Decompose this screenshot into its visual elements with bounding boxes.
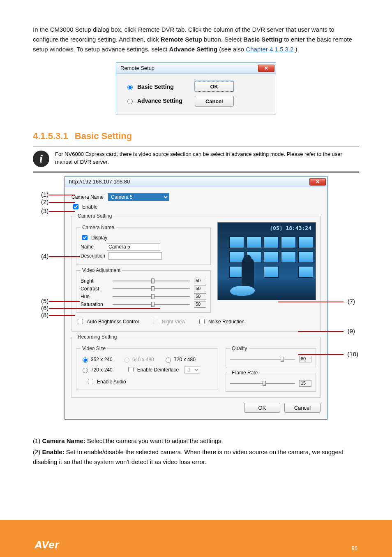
section-heading: 4.1.5.3.1 Basic Setting: [33, 131, 359, 142]
description-label: Description: [81, 253, 105, 259]
frame-rate-slider[interactable]: [230, 382, 295, 385]
camera-name-select[interactable]: Camera 5: [108, 193, 169, 201]
saturation-slider[interactable]: [113, 303, 190, 306]
camera-name-legend: Camera Name: [81, 225, 116, 230]
cancel-button[interactable]: Cancel: [195, 96, 234, 107]
camera-setting-fieldset: Camera Setting Camera Name Display Name: [71, 213, 321, 332]
recording-setting-fieldset: Recording Setting Video Size 352 x 240 6…: [71, 334, 321, 398]
callout-4: (4): [41, 253, 48, 260]
camera-preview: [05] 18:43:24: [217, 222, 316, 300]
desc-1: (1) Camera Name: Select the camera you w…: [33, 436, 359, 446]
frame-rate-legend: Frame Rate: [230, 370, 259, 376]
dialog-cancel-button[interactable]: Cancel: [284, 403, 321, 413]
quality-legend: Quality: [230, 346, 249, 351]
callout-7: (7): [348, 298, 355, 305]
enable-checkbox[interactable]: [73, 204, 78, 209]
hue-value: 50: [194, 293, 206, 300]
night-view-label: Night View: [162, 319, 185, 325]
hue-slider[interactable]: [113, 295, 190, 298]
auto-brightness-checkbox[interactable]: [78, 319, 83, 324]
page-footer: AVer 96: [0, 520, 392, 557]
footer-logo: AVer: [35, 538, 59, 551]
chapter-link[interactable]: Chapter 4.1.5.3.2: [246, 46, 293, 53]
recording-setting-legend: Recording Setting: [76, 334, 118, 340]
ok-button[interactable]: OK: [195, 81, 234, 92]
remote-setup-dialog: Remote Setup ✕ Basic Setting Advance Set…: [116, 63, 276, 114]
video-adjustment-legend: Video Adjustment: [81, 267, 122, 273]
display-checkbox[interactable]: [82, 235, 88, 240]
footer-page-number: 96: [352, 545, 357, 551]
deinterlace-label: Enable Deinterlace: [137, 367, 179, 373]
noise-reduction-label: Noise Reduction: [208, 319, 244, 325]
frame-rate-fieldset: Frame Rate 15: [226, 370, 316, 392]
deinterlace-select: 1: [184, 366, 200, 374]
bright-value: 50: [194, 278, 206, 284]
camera-setting-legend: Camera Setting: [76, 213, 113, 219]
advance-setting-label: Advance Setting: [137, 97, 182, 104]
name-input[interactable]: [107, 243, 160, 251]
contrast-label: Contrast: [81, 286, 108, 292]
size-352-radio[interactable]: [83, 357, 88, 363]
basic-setting-label: Basic Setting: [137, 84, 174, 90]
enable-label: Enable: [82, 204, 97, 210]
close-icon[interactable]: ✕: [258, 65, 274, 72]
saturation-value: 50: [194, 301, 206, 308]
bright-slider[interactable]: [113, 280, 190, 282]
enable-audio-checkbox[interactable]: [88, 379, 93, 384]
saturation-label: Saturation: [81, 302, 108, 307]
callout-10: (10): [347, 350, 358, 357]
intro-paragraph: In the CM3000 Setup dialog box, click Re…: [33, 25, 359, 54]
contrast-value: 50: [194, 285, 206, 292]
callout-2: (2): [41, 198, 48, 205]
camera-name-label: Camera Name: [71, 194, 104, 200]
info-icon: i: [33, 151, 49, 167]
display-label: Display: [91, 235, 107, 241]
quality-value: 80: [299, 356, 311, 362]
preview-overlay-text: [05] 18:43:24: [270, 225, 311, 231]
video-size-fieldset: Video Size 352 x 240 640 x 480 720 x 480…: [76, 346, 217, 390]
frame-rate-value: 15: [299, 380, 311, 387]
remote-setup-title: Remote Setup: [120, 65, 258, 71]
callout-8: (8): [41, 311, 48, 318]
noise-reduction-checkbox[interactable]: [199, 319, 205, 324]
auto-brightness-label: Auto Brightness Control: [87, 319, 139, 325]
bright-label: Bright: [81, 278, 108, 284]
hue-label: Hue: [81, 294, 108, 299]
size-720-240-radio[interactable]: [83, 368, 88, 373]
size-720-480-radio[interactable]: [166, 357, 171, 363]
callout-1: (1): [41, 191, 48, 198]
basic-setting-radio[interactable]: [127, 85, 133, 90]
quality-fieldset: Quality 80: [226, 346, 316, 367]
info-text: For NV6000 Express card, there is video …: [55, 151, 357, 166]
desc-2: (2) Enable: Set to enable/disable the se…: [33, 447, 359, 466]
callout-5: (5): [41, 297, 48, 304]
intro-remote-setup: Remote Setup: [161, 36, 202, 43]
dialog-url-title: http://192.168.107.198:80: [69, 179, 309, 185]
night-view-checkbox: [153, 319, 158, 324]
callout-9: (9): [348, 327, 355, 334]
info-banner: i For NV6000 Express card, there is vide…: [33, 145, 359, 173]
video-size-legend: Video Size: [81, 346, 107, 351]
callout-6: (6): [41, 304, 48, 311]
enable-audio-label: Enable Audio: [97, 379, 126, 385]
advance-setting-radio[interactable]: [127, 99, 133, 104]
callout-3: (3): [41, 207, 48, 214]
name-label: Name: [81, 244, 104, 250]
contrast-slider[interactable]: [113, 288, 190, 290]
deinterlace-checkbox[interactable]: [128, 367, 134, 372]
size-640-radio: [124, 357, 129, 363]
basic-setting-dialog: http://192.168.107.198:80 ✕ Camera Name …: [65, 176, 327, 420]
video-adjustment-fieldset: Video Adjustment Bright 50 Contrast 50: [76, 267, 211, 313]
camera-name-fieldset: Camera Name Display Name: [76, 225, 211, 265]
quality-slider[interactable]: [230, 358, 295, 360]
description-input[interactable]: [108, 252, 162, 260]
dialog-ok-button[interactable]: OK: [244, 403, 280, 413]
close-icon[interactable]: ✕: [309, 178, 326, 186]
